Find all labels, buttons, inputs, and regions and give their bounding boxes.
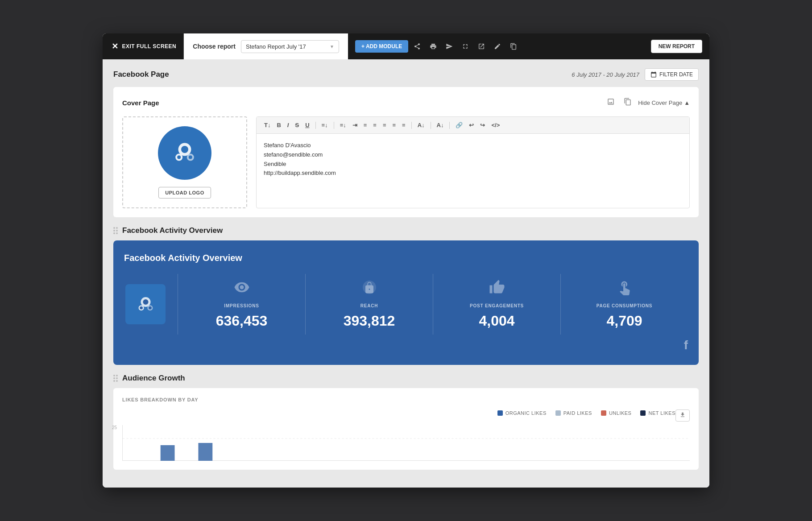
editor-align-right-btn[interactable]: ≡ xyxy=(381,120,389,130)
external-link-icon[interactable] xyxy=(474,40,489,53)
hide-cover-button[interactable]: Hide Cover Page ▲ xyxy=(638,99,690,106)
upload-logo-button[interactable]: UPLOAD LOGO xyxy=(158,187,211,198)
audience-card: LIKES BREAKDOWN BY DAY ORGANIC LIKES PAI… xyxy=(113,388,699,470)
cover-page-header: Cover Page Hide Cover Page ▲ xyxy=(122,96,690,109)
hide-cover-label: Hide Cover Page xyxy=(638,99,682,106)
sendible-fb-logo xyxy=(133,292,158,317)
audience-drag-handle[interactable] xyxy=(113,375,118,382)
net-likes-dot xyxy=(640,410,646,416)
editor-undo-btn[interactable]: ↩ xyxy=(467,120,476,130)
editor-align-left-btn[interactable]: ≡ xyxy=(361,120,369,130)
expand-icon[interactable] xyxy=(458,40,472,53)
toolbar-separator-2 xyxy=(334,122,334,129)
impressions-icon xyxy=(234,279,250,299)
page-consumptions-value: 4,709 xyxy=(606,313,642,329)
module-section-header: Facebook Activity Overview xyxy=(113,226,699,235)
svg-point-10 xyxy=(140,306,143,309)
cover-page-title: Cover Page xyxy=(122,99,159,107)
chart-download-button[interactable] xyxy=(675,409,690,422)
impressions-value: 636,453 xyxy=(216,313,268,329)
stat-cell-reach: REACH 393,812 xyxy=(305,274,433,335)
toolbar-separator xyxy=(315,122,316,129)
editor-content[interactable]: Stefano D'Avascio stefano@sendible.com S… xyxy=(257,134,689,187)
content-area: Facebook Page 6 July 2017 - 20 July 2017… xyxy=(103,59,709,488)
fb-logo-box xyxy=(125,284,166,324)
calendar-icon xyxy=(650,71,657,78)
impressions-label: IMPRESSIONS xyxy=(224,303,259,308)
exit-label: EXIT FULL SCREEN xyxy=(122,43,177,50)
editor-code-btn[interactable]: </> xyxy=(489,120,502,130)
chart-svg xyxy=(123,425,690,461)
toolbar-separator-5 xyxy=(449,122,450,129)
editor-text-style-btn[interactable]: T↓ xyxy=(262,120,273,130)
svg-point-12 xyxy=(149,306,152,309)
cover-page-actions: Hide Cover Page ▲ xyxy=(604,96,690,109)
fb-stats-row: IMPRESSIONS 636,453 REACH 393,812 xyxy=(124,274,688,335)
editor-toolbar: T↓ B I S U ≡↓ ≡↓ ⇥ ≡ ≡ ≡ ≡ ≡ xyxy=(257,117,689,134)
send-icon[interactable] xyxy=(442,40,456,53)
top-nav: ✕ EXIT FULL SCREEN Choose report Stefano… xyxy=(103,33,709,59)
legend-paid-likes: PAID LIKES xyxy=(555,410,592,416)
editor-font-size-btn[interactable]: A↓ xyxy=(435,120,446,130)
editor-redo-btn[interactable]: ↪ xyxy=(478,120,487,130)
toolbar-separator-3 xyxy=(411,122,412,129)
editor-list-btn[interactable]: ≡↓ xyxy=(319,120,330,130)
page-header-row: Facebook Page 6 July 2017 - 20 July 2017… xyxy=(113,68,699,81)
cover-page-card: Cover Page Hide Cover Page ▲ xyxy=(113,87,699,217)
app-window: ✕ EXIT FULL SCREEN Choose report Stefano… xyxy=(103,33,709,488)
report-select-dropdown[interactable]: Stefano Report July '17 ▼ xyxy=(241,40,339,53)
post-engagements-value: 4,004 xyxy=(479,313,514,329)
drag-handle[interactable] xyxy=(113,227,118,234)
editor-line-2: stefano@sendible.com xyxy=(264,150,682,160)
paid-likes-label: PAID LIKES xyxy=(563,410,592,416)
organic-likes-label: ORGANIC LIKES xyxy=(505,410,547,416)
reach-value: 393,812 xyxy=(344,313,395,329)
filter-date-button[interactable]: FILTER DATE xyxy=(645,68,699,81)
reach-icon xyxy=(361,279,377,299)
duplicate-cover-icon-btn[interactable] xyxy=(621,96,634,109)
print-icon[interactable] xyxy=(426,40,440,53)
paid-likes-dot xyxy=(555,410,561,416)
fb-card-footer: f xyxy=(124,338,688,352)
editor-line-4: http://buildapp.sendible.com xyxy=(264,169,682,178)
legend-organic-likes: ORGANIC LIKES xyxy=(497,410,547,416)
editor-bold-btn[interactable]: B xyxy=(274,120,283,130)
editor-strikethrough-btn[interactable]: S xyxy=(293,120,301,130)
facebook-overview-section-title: Facebook Activity Overview xyxy=(122,226,223,235)
editor-indent-btn[interactable]: ⇥ xyxy=(350,120,360,130)
copy-icon[interactable] xyxy=(506,40,521,53)
fb-logo-cell xyxy=(124,284,178,324)
editor-justify-btn[interactable]: ≡ xyxy=(390,120,398,130)
editor-font-color-btn[interactable]: A↓ xyxy=(415,120,427,130)
exit-fullscreen-button[interactable]: ✕ EXIT FULL SCREEN xyxy=(110,33,184,59)
sendible-logo xyxy=(167,135,203,171)
logo-upload-area: UPLOAD LOGO xyxy=(122,116,247,208)
edit-icon[interactable] xyxy=(490,40,505,53)
chevron-up-icon: ▲ xyxy=(684,99,690,106)
selected-report-text: Stefano Report July '17 xyxy=(246,43,306,50)
reach-label: REACH xyxy=(360,303,378,308)
editor-link-btn[interactable]: 🔗 xyxy=(453,120,465,130)
editor-align-block-btn[interactable]: ≡ xyxy=(400,120,408,130)
editor-italic-btn[interactable]: I xyxy=(285,120,291,130)
choose-report-section: Choose report Stefano Report July '17 ▼ xyxy=(184,33,348,59)
post-engagements-icon xyxy=(489,279,505,299)
editor-align-center-btn[interactable]: ≡ xyxy=(371,120,379,130)
close-icon: ✕ xyxy=(112,41,119,51)
editor-underline-btn[interactable]: U xyxy=(303,120,311,130)
toolbar-separator-4 xyxy=(431,122,431,129)
unlikes-dot xyxy=(601,410,606,416)
add-module-button[interactable]: + ADD MODULE xyxy=(355,40,408,53)
svg-rect-14 xyxy=(161,445,175,461)
upload-image-icon-btn[interactable] xyxy=(604,96,617,109)
editor-line-3: Sendible xyxy=(264,160,682,169)
share-icon[interactable] xyxy=(410,40,424,53)
post-engagements-label: POST ENGAGEMENTS xyxy=(470,303,524,308)
choose-report-label: Choose report xyxy=(193,43,236,50)
cover-page-content: UPLOAD LOGO T↓ B I S U ≡↓ ≡↓ ⇥ ≡ xyxy=(122,116,690,208)
editor-align-menu-btn[interactable]: ≡↓ xyxy=(338,120,348,130)
facebook-overview-card: Facebook Activity Overview xyxy=(113,240,699,365)
new-report-button[interactable]: NEW REPORT xyxy=(651,40,702,53)
legend-net-likes: NET LIKES xyxy=(640,410,675,416)
net-likes-label: NET LIKES xyxy=(648,410,675,416)
